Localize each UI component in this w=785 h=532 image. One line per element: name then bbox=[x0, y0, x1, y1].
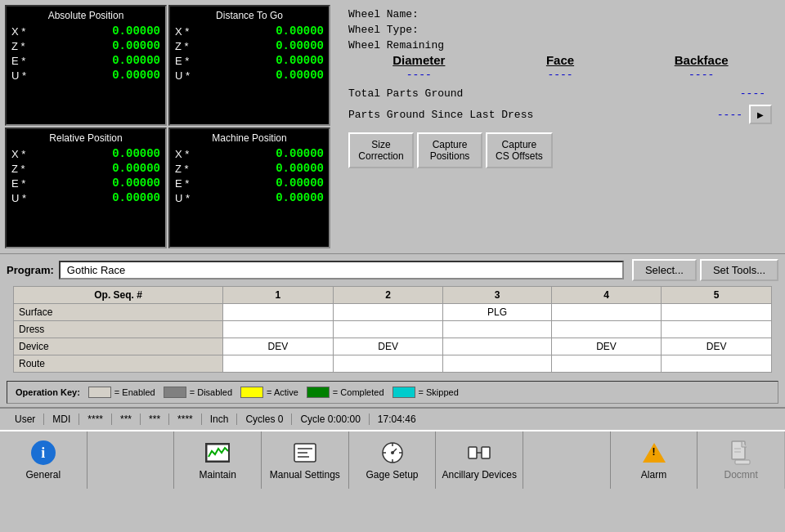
completed-swatch bbox=[307, 387, 330, 398]
status-stars4: **** bbox=[169, 414, 202, 425]
program-action-btns: Select... Set Tools... bbox=[632, 259, 778, 281]
status-inch: Inch bbox=[202, 414, 238, 425]
abs-x-row: X * 0.00000 bbox=[11, 25, 160, 38]
select-button[interactable]: Select... bbox=[632, 259, 697, 281]
general-button[interactable]: i General bbox=[0, 431, 87, 489]
rel-z-label: Z * bbox=[11, 163, 34, 175]
face-header: Face bbox=[490, 53, 631, 67]
status-bar: User MDI **** *** *** **** Inch Cycles 0… bbox=[0, 407, 785, 430]
disabled-swatch bbox=[164, 387, 186, 398]
surface-5 bbox=[662, 304, 772, 321]
mach-z-label: Z * bbox=[175, 163, 198, 175]
absolute-position-panel: Absolute Position X * 0.00000 Z * 0.0000… bbox=[5, 5, 167, 126]
surface-1 bbox=[223, 304, 334, 321]
program-section: Program: Gothic Race Select... Set Tools… bbox=[0, 253, 785, 378]
device-1: DEV bbox=[223, 338, 334, 355]
set-tools-button[interactable]: Set Tools... bbox=[700, 259, 778, 281]
abs-u-row: U * 0.00000 bbox=[11, 69, 160, 82]
row-device-label: Device bbox=[14, 338, 223, 355]
status-stars3: *** bbox=[141, 414, 169, 425]
position-panels: Absolute Position X * 0.00000 Z * 0.0000… bbox=[0, 0, 335, 253]
legend-active: = Active bbox=[240, 387, 298, 398]
route-2 bbox=[333, 355, 443, 373]
dtg-e-label: E * bbox=[175, 55, 198, 67]
legend-completed: = Completed bbox=[307, 387, 384, 398]
col-header-2: 2 bbox=[333, 287, 443, 304]
enabled-label: = Enabled bbox=[114, 387, 155, 397]
ancillary-devices-button[interactable]: Ancillary Devices bbox=[436, 431, 523, 489]
machine-position-panel: Machine Position X * 0.00000 Z * 0.00000… bbox=[168, 127, 330, 248]
docmnt-button[interactable]: Docmnt bbox=[698, 431, 785, 489]
total-parts-row: Total Parts Ground ---- bbox=[348, 87, 772, 100]
manual-settings-label: Manual Settings bbox=[270, 469, 340, 481]
dress-4 bbox=[551, 321, 662, 338]
active-label: = Active bbox=[267, 387, 298, 397]
abs-e-label: E * bbox=[11, 55, 34, 67]
col-header-5: 5 bbox=[662, 287, 772, 304]
status-stars1: **** bbox=[79, 414, 112, 425]
maintain-button[interactable]: Maintain bbox=[174, 431, 262, 489]
since-dress-value: ---- bbox=[717, 109, 742, 121]
row-dress-label: Dress bbox=[14, 321, 223, 338]
capture-cs-offsets-button[interactable]: CaptureCS Offsets bbox=[486, 132, 553, 168]
relative-position-title: Relative Position bbox=[11, 132, 160, 144]
mach-e-value: 0.00000 bbox=[276, 177, 324, 190]
manual-settings-icon bbox=[292, 440, 318, 466]
dtg-e-row: E * 0.00000 bbox=[175, 54, 324, 67]
legend-bar: Operation Key: = Enabled = Disabled = Ac… bbox=[7, 381, 778, 404]
backface-col: Backface ---- bbox=[630, 53, 772, 81]
abs-z-row: Z * 0.00000 bbox=[11, 39, 160, 52]
rel-e-label: E * bbox=[11, 177, 34, 190]
rel-z-row: Z * 0.00000 bbox=[11, 162, 160, 175]
wheel-remaining-grid: Diameter ---- Face ---- Backface ---- bbox=[348, 53, 772, 81]
op-table: Op. Seq. # 1 2 3 4 5 Surface PLG bbox=[13, 286, 772, 373]
status-user: User bbox=[7, 414, 44, 425]
status-stars2: *** bbox=[112, 414, 141, 425]
mach-x-row: X * 0.00000 bbox=[175, 147, 324, 160]
alarm-button[interactable]: ! Alarm bbox=[611, 431, 698, 489]
abs-e-value: 0.00000 bbox=[112, 54, 160, 67]
since-dress-label: Parts Ground Since Last Dress bbox=[348, 109, 717, 121]
gage-setup-button[interactable]: Gage Setup bbox=[349, 431, 437, 489]
col-header-1: 1 bbox=[223, 287, 334, 304]
maintain-label: Maintain bbox=[200, 469, 236, 481]
device-2: DEV bbox=[333, 338, 443, 355]
manual-settings-button[interactable]: Manual Settings bbox=[262, 431, 349, 489]
svg-rect-16 bbox=[735, 460, 750, 464]
completed-label: = Completed bbox=[333, 387, 384, 397]
size-correction-button[interactable]: SizeCorrection bbox=[348, 132, 414, 168]
dress-2 bbox=[333, 321, 443, 338]
wheel-name-line: Wheel Name: bbox=[348, 8, 772, 20]
spacer-1 bbox=[87, 431, 175, 489]
since-dress-row: Parts Ground Since Last Dress ---- ▶ bbox=[348, 105, 772, 124]
ancillary-devices-label: Ancillary Devices bbox=[442, 469, 517, 481]
svg-rect-12 bbox=[469, 447, 477, 458]
info-icon: i bbox=[30, 440, 56, 466]
dtg-z-row: Z * 0.00000 bbox=[175, 39, 324, 52]
capture-positions-button[interactable]: CapturePositions bbox=[417, 132, 482, 168]
absolute-position-title: Absolute Position bbox=[11, 10, 160, 21]
status-clock: 17:04:46 bbox=[370, 414, 424, 425]
mach-e-row: E * 0.00000 bbox=[175, 177, 324, 190]
surface-3: PLG bbox=[443, 304, 551, 321]
relative-position-panel: Relative Position X * 0.00000 Z * 0.0000… bbox=[5, 127, 167, 248]
gage-setup-label: Gage Setup bbox=[366, 469, 418, 481]
general-label: General bbox=[25, 469, 61, 481]
col-header-3: 3 bbox=[443, 287, 551, 304]
col-header-seq: Op. Seq. # bbox=[14, 287, 223, 304]
maintain-icon bbox=[204, 440, 231, 466]
mach-z-value: 0.00000 bbox=[276, 162, 324, 175]
mach-e-label: E * bbox=[175, 177, 198, 190]
dress-3 bbox=[443, 321, 551, 338]
skipped-swatch bbox=[392, 387, 415, 398]
right-info-panel: Wheel Name: Wheel Type: Wheel Remaining … bbox=[335, 0, 785, 253]
table-row: Device DEV DEV DEV DEV bbox=[14, 338, 772, 355]
status-cycle-time: Cycle 0:00:00 bbox=[292, 414, 369, 425]
play-button[interactable]: ▶ bbox=[749, 105, 772, 124]
surface-4 bbox=[551, 304, 662, 321]
dress-1 bbox=[223, 321, 334, 338]
route-4 bbox=[551, 355, 662, 373]
row-surface-label: Surface bbox=[14, 304, 223, 321]
action-buttons: SizeCorrection CapturePositions CaptureC… bbox=[348, 132, 772, 168]
legend-label: Operation Key: bbox=[16, 387, 80, 397]
